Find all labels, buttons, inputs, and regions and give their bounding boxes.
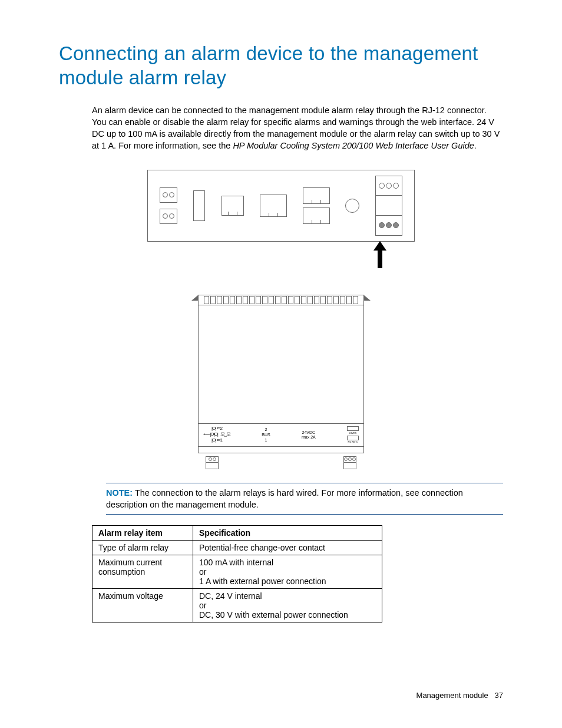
left-terminals bbox=[160, 187, 177, 224]
page-title: Connecting an alarm device to the manage… bbox=[59, 41, 503, 90]
rear-panel-diagram bbox=[147, 170, 415, 242]
rj-port-icon bbox=[260, 195, 287, 217]
table-cell: Potential-free change-over contact bbox=[193, 541, 382, 555]
table-header: Alarm relay item bbox=[92, 526, 193, 541]
callout-arrow-icon bbox=[375, 241, 385, 268]
table-cell: Type of alarm relay bbox=[92, 541, 193, 555]
bus-label: 2 bbox=[265, 427, 267, 432]
management-module-diagram: |O| ⇐2 ⟵ |O|O| 모_모 |O| ⇐1 2 BUS 1 24VDC … bbox=[198, 295, 364, 453]
table-header: Specification bbox=[193, 526, 382, 541]
page-footer: Management module 37 bbox=[416, 691, 503, 700]
power-label: max 2A bbox=[302, 435, 316, 440]
figure-container: |O| ⇐2 ⟵ |O|O| 모_모 |O| ⇐1 2 BUS 1 24VDC … bbox=[59, 170, 503, 453]
vent-slots-icon bbox=[199, 295, 363, 305]
underside-terminals bbox=[199, 456, 363, 469]
table-cell: Maximum current consumption bbox=[92, 555, 193, 589]
note-label: NOTE: bbox=[106, 488, 133, 498]
intro-paragraph: An alarm device can be connected to the … bbox=[92, 104, 503, 152]
footer-section: Management module bbox=[416, 691, 488, 700]
right-terminal-block bbox=[375, 176, 402, 236]
table-cell: Maximum voltage bbox=[92, 589, 193, 622]
round-port-icon bbox=[345, 199, 359, 213]
table-cell: DC, 24 V internalorDC, 30 V with externa… bbox=[193, 589, 382, 622]
note-callout: NOTE: The connection to the alarm relays… bbox=[106, 483, 503, 515]
bus-label: 1 bbox=[265, 438, 267, 443]
dual-rj-icon bbox=[303, 187, 329, 224]
relay-pin-label: NC NO C bbox=[348, 441, 358, 443]
bus-label: BUS bbox=[262, 433, 270, 437]
table-cell: 100 mA with internalor1 A with external … bbox=[193, 555, 382, 589]
spec-table: Alarm relay item Specification Type of a… bbox=[92, 525, 382, 622]
footer-page-number: 37 bbox=[495, 691, 503, 700]
terminal-icon bbox=[343, 456, 356, 469]
terminal-icon bbox=[160, 187, 177, 203]
intro-suffix: . bbox=[474, 141, 477, 150]
power-label: 24VDC bbox=[302, 430, 316, 435]
terminal-icon bbox=[206, 456, 219, 469]
note-text: The connection to the alarm relays is ha… bbox=[106, 488, 463, 509]
intro-reference: HP Modular Cooling System 200/100 Web In… bbox=[233, 141, 474, 150]
terminal-icon bbox=[160, 209, 177, 224]
module-port-labels: |O| ⇐2 ⟵ |O|O| 모_모 |O| ⇐1 2 BUS 1 24VDC … bbox=[199, 423, 363, 447]
slim-port-icon bbox=[193, 190, 205, 221]
rj-port-icon bbox=[222, 196, 244, 216]
